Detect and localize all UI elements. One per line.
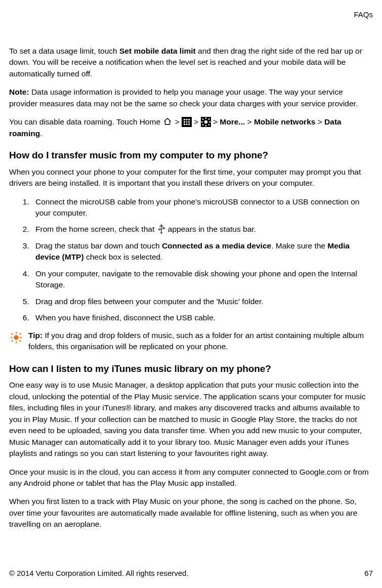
itunes-p1: One easy way is to use Music Manager, a … [9, 380, 373, 459]
menu-more: More... [220, 117, 245, 126]
svg-rect-7 [202, 124, 204, 126]
svg-rect-14 [20, 337, 22, 338]
separator: > [247, 117, 254, 126]
step-4: On your computer, navigate to the remova… [31, 268, 373, 291]
step-1: Connect the microUSB cable from your pho… [31, 196, 373, 219]
svg-rect-4 [209, 121, 210, 122]
svg-rect-6 [208, 118, 210, 120]
tip-label: Tip: [28, 331, 43, 340]
text: check box is selected. [84, 253, 163, 261]
svg-rect-2 [205, 125, 206, 127]
svg-rect-8 [208, 124, 210, 126]
svg-rect-3 [201, 121, 203, 122]
transfer-steps: Connect the microUSB cable from your pho… [9, 196, 373, 324]
tip-text: Tip: If you drag and drop folders of mus… [28, 330, 373, 353]
home-icon [163, 117, 172, 125]
intro-roaming-path: You can disable data roaming. Touch Home… [9, 116, 373, 139]
heading-transfer-music: How do I transfer music from my computer… [9, 148, 373, 162]
svg-rect-5 [202, 118, 204, 120]
svg-rect-15 [11, 333, 13, 335]
intro-paragraph-1: To set a data usage limit, touch Set mob… [9, 46, 373, 79]
separator: > [318, 117, 324, 126]
text: Drag the status bar down and touch [35, 241, 162, 250]
step-5: Drag and drop files between your compute… [31, 296, 373, 307]
text: . Make sure the [271, 241, 327, 250]
itunes-p3: When you first listen to a track with Pl… [9, 496, 373, 530]
svg-rect-16 [19, 333, 21, 335]
text: From the home screen, check that [35, 225, 157, 233]
step-6: When you have finished, disconnect the U… [31, 312, 373, 323]
svg-point-10 [14, 335, 18, 340]
svg-rect-11 [16, 332, 17, 334]
transfer-lead: When you connect your phone to your comp… [9, 166, 373, 189]
note-label: Note: [9, 88, 29, 96]
text: You can disable data roaming. Touch Home [9, 117, 162, 126]
menu-mobile-networks: Mobile networks [254, 117, 315, 126]
text: Data usage information is provided to he… [9, 88, 358, 107]
svg-point-9 [160, 232, 162, 234]
step-2: From the home screen, check that appears… [31, 224, 373, 235]
term-set-mobile-data-limit: Set mobile data limit [119, 47, 196, 55]
copyright: © 2014 Vertu Corporation Limited. All ri… [9, 568, 189, 579]
separator: > [213, 117, 220, 126]
itunes-p2: Once your music is in the cloud, you can… [9, 467, 373, 489]
svg-rect-13 [11, 337, 13, 338]
settings-icon [201, 117, 211, 127]
svg-rect-1 [205, 117, 206, 119]
term-connected-media-device: Connected as a media device [162, 241, 271, 250]
svg-rect-12 [16, 341, 17, 343]
text: To set a data usage limit, touch [9, 47, 119, 55]
intro-note: Note: Data usage information is provided… [9, 87, 373, 109]
separator: > [175, 117, 182, 126]
heading-itunes: How can I listen to my iTunes music libr… [9, 362, 373, 376]
page-header-label: FAQs [9, 9, 373, 20]
page-number: 67 [364, 568, 373, 579]
svg-point-0 [204, 120, 207, 123]
separator: > [194, 117, 200, 126]
tip-icon [9, 330, 23, 353]
apps-icon [182, 117, 192, 127]
text: appears in the status bar. [166, 225, 256, 233]
svg-rect-18 [19, 340, 21, 342]
tip-block: Tip: If you drag and drop folders of mus… [9, 330, 373, 353]
usb-icon [157, 224, 166, 234]
step-3: Drag the status bar down and touch Conne… [31, 240, 373, 263]
svg-rect-17 [11, 340, 13, 342]
text: If you drag and drop folders of music, s… [28, 331, 364, 351]
document-page: FAQs To set a data usage limit, touch Se… [0, 0, 382, 588]
page-footer: © 2014 Vertu Corporation Limited. All ri… [9, 568, 373, 579]
text: . [40, 129, 42, 138]
